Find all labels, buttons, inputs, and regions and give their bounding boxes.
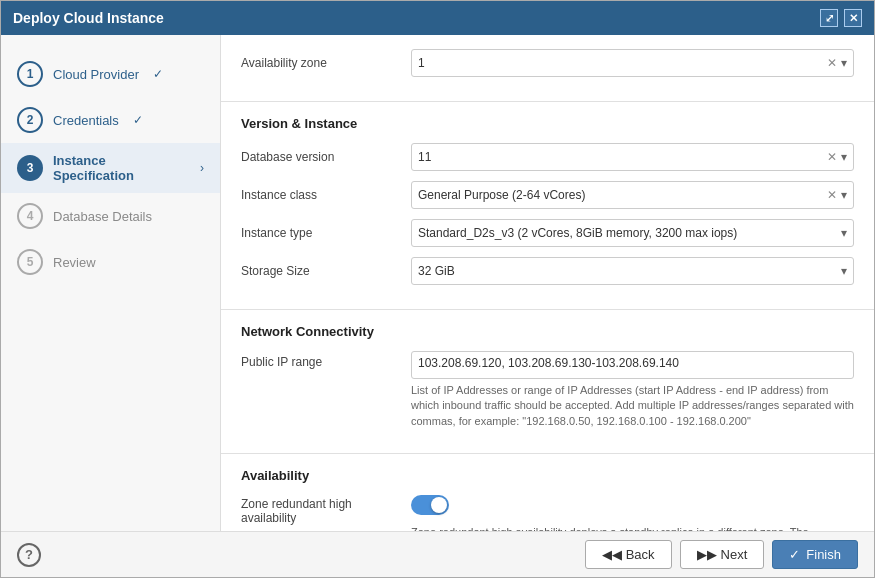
public-ip-help: List of IP Addresses or range of IP Addr… [411, 383, 854, 429]
zone-redundant-right: Zone redundant high availability deploys… [411, 495, 854, 531]
step-3-chevron-icon: › [200, 161, 204, 175]
instance-type-row: Instance type Standard_D2s_v3 (2 vCores,… [241, 219, 854, 247]
expand-icon[interactable]: ⤢ [820, 9, 838, 27]
toggle-knob [431, 497, 447, 513]
public-ip-wrap: 103.208.69.120, 103.208.69.130-103.208.6… [411, 351, 854, 429]
step-4-label: Database Details [53, 209, 152, 224]
zone-redundant-label: Zone redundant high availability [241, 495, 401, 525]
network-title: Network Connectivity [241, 324, 854, 339]
storage-size-control[interactable]: 32 GiB ▾ [411, 257, 854, 285]
next-label: Next [721, 547, 748, 562]
network-connectivity-section: Network Connectivity Public IP range 103… [221, 310, 874, 454]
instance-class-value: General Purpose (2-64 vCores) [418, 188, 827, 202]
storage-size-row: Storage Size 32 GiB ▾ [241, 257, 854, 285]
instance-type-control[interactable]: Standard_D2s_v3 (2 vCores, 8GiB memory, … [411, 219, 854, 247]
database-version-label: Database version [241, 150, 401, 164]
help-button[interactable]: ? [17, 543, 41, 567]
instance-class-control[interactable]: General Purpose (2-64 vCores) ✕ ▾ [411, 181, 854, 209]
instance-type-value: Standard_D2s_v3 (2 vCores, 8GiB memory, … [418, 226, 841, 240]
availability-zone-row: Availability zone 1 ✕ ▾ [241, 49, 854, 77]
step-3-label: Instance Specification [53, 153, 186, 183]
step-1-check-icon: ✓ [153, 67, 163, 81]
zone-redundant-row: Zone redundant high availability Zone re… [241, 495, 854, 531]
finish-label: Finish [806, 547, 841, 562]
step-1-circle: 1 [17, 61, 43, 87]
sidebar-item-review[interactable]: 5 Review [1, 239, 220, 285]
next-arrow-icon: ▶▶ [697, 547, 717, 562]
instance-class-caret-icon[interactable]: ▾ [841, 188, 847, 202]
modal-body: 1 Cloud Provider ✓ 2 Credentials ✓ 3 Ins… [1, 35, 874, 531]
instance-type-caret-icon[interactable]: ▾ [841, 226, 847, 240]
zone-redundant-desc: Zone redundant high availability deploys… [411, 524, 854, 531]
back-arrow-icon: ◀◀ [602, 547, 622, 562]
finish-check-icon: ✓ [789, 547, 800, 562]
main-content: Availability zone 1 ✕ ▾ Version & Instan… [221, 35, 874, 531]
public-ip-label: Public IP range [241, 351, 401, 369]
sidebar-item-database-details[interactable]: 4 Database Details [1, 193, 220, 239]
instance-class-clear-icon[interactable]: ✕ [827, 188, 837, 202]
instance-type-label: Instance type [241, 226, 401, 240]
availability-zone-value: 1 [418, 56, 827, 70]
modal-header: Deploy Cloud Instance ⤢ ✕ [1, 1, 874, 35]
availability-zone-caret-icon[interactable]: ▾ [841, 56, 847, 70]
sidebar-item-instance-specification[interactable]: 3 Instance Specification › [1, 143, 220, 193]
instance-class-label: Instance class [241, 188, 401, 202]
storage-size-caret-icon[interactable]: ▾ [841, 264, 847, 278]
step-1-label: Cloud Provider [53, 67, 139, 82]
back-button[interactable]: ◀◀ Back [585, 540, 672, 569]
storage-size-value: 32 GiB [418, 264, 841, 278]
step-5-circle: 5 [17, 249, 43, 275]
header-icons: ⤢ ✕ [820, 9, 862, 27]
step-5-label: Review [53, 255, 96, 270]
version-instance-section: Version & Instance Database version 11 ✕… [221, 102, 874, 310]
storage-size-label: Storage Size [241, 264, 401, 278]
availability-zone-clear-icon[interactable]: ✕ [827, 56, 837, 70]
finish-button[interactable]: ✓ Finish [772, 540, 858, 569]
public-ip-row: Public IP range 103.208.69.120, 103.208.… [241, 351, 854, 429]
availability-title: Availability [241, 468, 854, 483]
close-icon[interactable]: ✕ [844, 9, 862, 27]
database-version-row: Database version 11 ✕ ▾ [241, 143, 854, 171]
public-ip-value[interactable]: 103.208.69.120, 103.208.69.130-103.208.6… [411, 351, 854, 379]
footer-right: ◀◀ Back ▶▶ Next ✓ Finish [585, 540, 858, 569]
deploy-cloud-instance-modal: Deploy Cloud Instance ⤢ ✕ 1 Cloud Provid… [0, 0, 875, 578]
step-4-circle: 4 [17, 203, 43, 229]
step-2-label: Credentials [53, 113, 119, 128]
database-version-control[interactable]: 11 ✕ ▾ [411, 143, 854, 171]
footer-left: ? [17, 543, 41, 567]
modal-footer: ? ◀◀ Back ▶▶ Next ✓ Finish [1, 531, 874, 577]
version-instance-title: Version & Instance [241, 116, 854, 131]
availability-zone-label: Availability zone [241, 56, 401, 70]
step-2-check-icon: ✓ [133, 113, 143, 127]
modal-title: Deploy Cloud Instance [13, 10, 164, 26]
sidebar-item-cloud-provider[interactable]: 1 Cloud Provider ✓ [1, 51, 220, 97]
step-3-circle: 3 [17, 155, 43, 181]
step-2-circle: 2 [17, 107, 43, 133]
zone-redundant-toggle[interactable] [411, 495, 449, 515]
database-version-clear-icon[interactable]: ✕ [827, 150, 837, 164]
next-button[interactable]: ▶▶ Next [680, 540, 765, 569]
availability-zone-section: Availability zone 1 ✕ ▾ [221, 35, 874, 102]
availability-section: Availability Zone redundant high availab… [221, 454, 874, 531]
sidebar-item-credentials[interactable]: 2 Credentials ✓ [1, 97, 220, 143]
database-version-value: 11 [418, 150, 827, 164]
instance-class-row: Instance class General Purpose (2-64 vCo… [241, 181, 854, 209]
availability-zone-control[interactable]: 1 ✕ ▾ [411, 49, 854, 77]
database-version-caret-icon[interactable]: ▾ [841, 150, 847, 164]
sidebar: 1 Cloud Provider ✓ 2 Credentials ✓ 3 Ins… [1, 35, 221, 531]
back-label: Back [626, 547, 655, 562]
